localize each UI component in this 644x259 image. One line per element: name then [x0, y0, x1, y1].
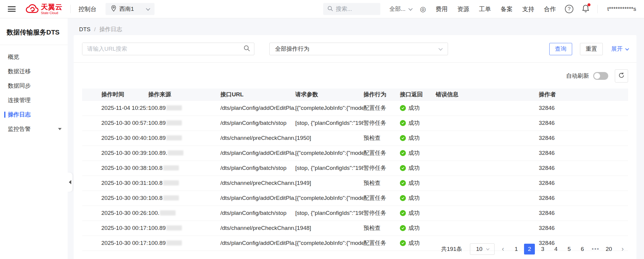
- table-row[interactable]: 2025-10-30 00:38:23 100.8 /dts/planConfi…: [82, 161, 628, 176]
- region-value: 西南1: [119, 5, 134, 13]
- url-search-input[interactable]: [82, 43, 240, 55]
- url-search-button[interactable]: [240, 43, 254, 55]
- table-row[interactable]: 2025-10-30 00:39:58 100.89. /dts/planCon…: [82, 146, 628, 161]
- main-content: DTS / 操作日志 全部操作行为 查询 重置: [68, 18, 644, 259]
- help-icon[interactable]: ?: [565, 5, 573, 13]
- cell-operation-time: 2025-10-30 00:40:05: [101, 135, 148, 141]
- refresh-button[interactable]: [615, 69, 628, 83]
- cell-operation-time: 2025-10-30 00:17:01: [101, 240, 148, 246]
- redacted-ip-segment: [163, 180, 179, 185]
- filter-actions: 查询 重置 展开: [549, 43, 628, 55]
- nav-item-resources[interactable]: 资源: [457, 5, 469, 13]
- page-number-button[interactable]: 6: [577, 244, 588, 254]
- row-indent: [82, 146, 101, 161]
- redacted-ip-segment: [160, 210, 176, 215]
- page-number-button[interactable]: 3: [537, 244, 548, 254]
- page-number-button[interactable]: 2: [524, 244, 535, 254]
- total-count: 共191条: [441, 245, 462, 253]
- nav-item-support[interactable]: 支持: [522, 5, 534, 13]
- cell-action-type: 配置任务: [363, 240, 386, 246]
- cell-operator: 32846: [539, 180, 555, 186]
- prev-page-button[interactable]: ‹: [498, 244, 508, 254]
- table-row[interactable]: 2025-11-04 10:25:53 100.89 /dts/planConf…: [82, 101, 628, 116]
- reset-button[interactable]: 重置: [580, 43, 603, 55]
- region-selector[interactable]: 西南1: [106, 3, 155, 15]
- success-check-icon: [400, 195, 406, 201]
- redacted-ip-segment: [166, 240, 182, 245]
- topbar-divider: [597, 5, 598, 13]
- expand-link[interactable]: 展开: [611, 45, 628, 53]
- table-row[interactable]: 2025-10-30 00:57:11 100.89 /dts/planConf…: [82, 116, 628, 131]
- sidebar-item-data-sync[interactable]: 数据同步: [0, 79, 68, 93]
- action-type-select[interactable]: 全部操作行为: [269, 43, 448, 55]
- sidebar-item-overview[interactable]: 概览: [0, 50, 68, 64]
- table-row[interactable]: 2025-10-30 00:30:56 100.8 /dts/planConfi…: [82, 191, 628, 206]
- cell-request-params: [{"completeJobInfo":{"mode":"...: [295, 150, 363, 156]
- query-button[interactable]: 查询: [549, 43, 572, 55]
- cell-api-url: /dts/channel/preCheckChann...: [220, 135, 295, 141]
- col-header-error: 错误信息: [436, 89, 539, 101]
- breadcrumb-current: 操作日志: [99, 26, 122, 33]
- breadcrumb-root[interactable]: DTS: [79, 26, 90, 33]
- sidebar-item-monitor-alarm[interactable]: 监控告警: [0, 122, 68, 136]
- page-number-button[interactable]: 4: [550, 244, 561, 254]
- sidebar: 数据传输服务DTS 概览 数据迁移 数据同步 连接管理 操作日志 监控告警: [0, 18, 68, 259]
- cell-operation-time: 2025-10-30 00:31:03: [101, 180, 148, 186]
- sidebar-collapse-handle[interactable]: [68, 173, 72, 192]
- cell-api-url: /dts/planConfig/batch/stop: [220, 165, 287, 171]
- row-indent: [82, 116, 101, 131]
- cell-operation-time: 2025-11-04 10:25:53: [101, 105, 148, 111]
- cell-api-url: /dts/planConfig/addOrEditPla...: [220, 150, 295, 156]
- scope-dropdown[interactable]: 全部...: [389, 5, 412, 13]
- page-size-select[interactable]: 10: [470, 243, 495, 255]
- cell-source-ip: 100.8: [148, 180, 163, 186]
- page-number-button[interactable]: 1: [511, 244, 522, 254]
- cell-action-type: 暂停任务: [363, 120, 386, 126]
- page-number-button[interactable]: 20: [603, 244, 614, 254]
- sidebar-item-operation-log[interactable]: 操作日志: [0, 107, 68, 122]
- cell-action-type: 预检查: [363, 135, 381, 141]
- sidebar-item-connection-mgmt[interactable]: 连接管理: [0, 93, 68, 107]
- username[interactable]: t***********s: [607, 6, 636, 12]
- row-indent: [82, 101, 101, 116]
- console-link[interactable]: 控制台: [78, 5, 97, 13]
- nav-item-billing[interactable]: 费用: [436, 5, 448, 13]
- next-page-button[interactable]: ›: [617, 244, 628, 254]
- global-search[interactable]: [323, 3, 380, 15]
- auto-refresh-toggle[interactable]: [593, 72, 608, 80]
- cell-operation-time: 2025-10-30 00:26:57: [101, 210, 148, 216]
- nav-item-partners[interactable]: 合作: [544, 5, 556, 13]
- cell-api-url: /dts/planConfig/batch/stop: [220, 120, 287, 126]
- notification-bell-icon[interactable]: [582, 4, 590, 14]
- table-row[interactable]: 2025-10-30 00:40:05 100.89 /dts/channel/…: [82, 131, 628, 146]
- success-check-icon: [400, 105, 406, 111]
- header-indent: [82, 89, 101, 101]
- cell-operator: 32846: [539, 165, 555, 171]
- global-search-input[interactable]: [336, 6, 375, 12]
- table-row[interactable]: 2025-10-30 00:31:03 100.8 /dts/channel/p…: [82, 176, 628, 191]
- cell-result-status: 成功: [408, 194, 420, 202]
- cell-operation-time: 2025-10-30 00:39:58: [101, 150, 148, 156]
- sidebar-item-data-migration[interactable]: 数据迁移: [0, 64, 68, 79]
- hamburger-menu-icon[interactable]: [8, 6, 16, 12]
- nav-item-filing[interactable]: 备案: [501, 5, 513, 13]
- cell-operator: 32846: [539, 195, 555, 201]
- cell-operator: 32846: [539, 210, 555, 216]
- bullseye-icon[interactable]: ◎: [420, 6, 426, 13]
- nav-item-tickets[interactable]: 工单: [479, 5, 491, 13]
- cell-result-status: 成功: [408, 209, 420, 217]
- table-row[interactable]: 2025-10-30 00:26:57 100. /dts/planConfig…: [82, 206, 628, 221]
- cell-api-url: /dts/channel/preCheckChann...: [220, 225, 295, 231]
- row-indent: [82, 221, 101, 236]
- brand-logo[interactable]: 天翼云 State Cloud: [26, 4, 63, 15]
- cell-operator: 32846: [539, 120, 555, 126]
- redacted-ip-segment: [166, 105, 182, 110]
- row-indent: [82, 191, 101, 206]
- col-header-action: 操作行为: [363, 89, 400, 101]
- cell-api-url: /dts/planConfig/addOrEditPla...: [220, 105, 295, 111]
- redacted-ip-segment: [163, 165, 179, 170]
- breadcrumb: DTS / 操作日志: [68, 18, 644, 33]
- table-row[interactable]: 2025-10-30 00:17:08 100.89 /dts/channel/…: [82, 221, 628, 236]
- page-number-button[interactable]: 5: [564, 244, 575, 254]
- sidebar-title: 数据传输服务DTS: [0, 18, 68, 45]
